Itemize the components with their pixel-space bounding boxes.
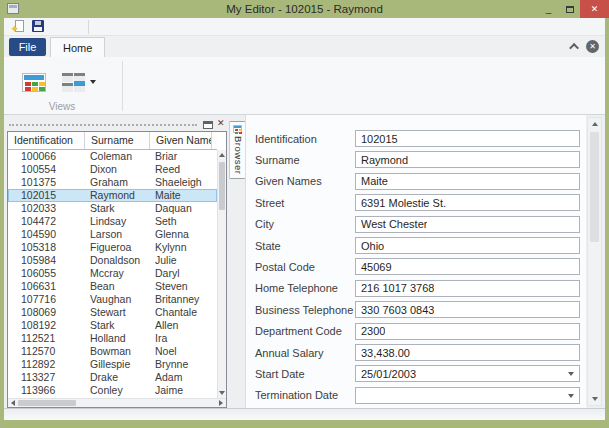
table-cell: 108192 bbox=[8, 319, 85, 332]
table-cell: Vaughan bbox=[85, 293, 150, 306]
table-row[interactable]: 101375GrahamShaeleigh bbox=[8, 176, 217, 189]
table-cell: 106631 bbox=[8, 280, 85, 293]
table-cell: Larson bbox=[85, 228, 150, 241]
table-row[interactable]: 102015RaymondMaite bbox=[8, 189, 217, 202]
table-cell: 105984 bbox=[8, 254, 85, 267]
window-body: ✦ File Home ✕ bbox=[4, 18, 605, 420]
table-row[interactable]: 100554DixonReed bbox=[8, 163, 217, 176]
scrollbar-thumb[interactable] bbox=[590, 132, 599, 242]
table-row[interactable]: 106055MccrayDaryl bbox=[8, 267, 217, 280]
street-field[interactable]: 6391 Molestie St. bbox=[355, 194, 580, 211]
titlebar: My Editor - 102015 - Raymond – ✕ bbox=[0, 0, 609, 18]
scrollbar-thumb[interactable] bbox=[18, 400, 76, 406]
table-cell: 112521 bbox=[8, 332, 85, 345]
table-row[interactable]: 106631BeanSteven bbox=[8, 280, 217, 293]
scroll-up-icon[interactable] bbox=[592, 122, 598, 126]
table-cell: Maite bbox=[150, 189, 212, 202]
scroll-up-icon[interactable] bbox=[219, 153, 225, 157]
table-cell: Figueroa bbox=[85, 241, 150, 254]
scroll-down-icon[interactable] bbox=[592, 397, 598, 401]
form-row: Given NamesMaite bbox=[255, 173, 580, 190]
collapse-ribbon-button[interactable] bbox=[572, 43, 579, 50]
state-field[interactable]: Ohio bbox=[355, 237, 580, 254]
layout-view-button[interactable] bbox=[56, 63, 102, 101]
table-row[interactable]: 108192StarkAllen bbox=[8, 319, 217, 332]
table-cell: Julie bbox=[150, 254, 212, 267]
table-row[interactable]: 112892GillespieBrynne bbox=[8, 358, 217, 371]
table-cell: Graham bbox=[85, 176, 150, 189]
table-row[interactable]: 100066ColemanBriar bbox=[8, 150, 217, 163]
field-label: Given Names bbox=[255, 175, 355, 187]
column-header[interactable]: Identification bbox=[8, 132, 85, 150]
table-cell: Shaeleigh bbox=[150, 176, 212, 189]
given-names-field[interactable]: Maite bbox=[355, 173, 580, 190]
file-button[interactable]: File bbox=[9, 38, 46, 56]
identification-field[interactable]: 102015 bbox=[355, 130, 580, 147]
scroll-left-icon[interactable] bbox=[11, 400, 15, 406]
tab-home[interactable]: Home bbox=[50, 37, 105, 57]
field-label: Start Date bbox=[255, 368, 355, 380]
city-field[interactable]: West Chester bbox=[355, 216, 580, 233]
table-row[interactable]: 113966ConleyJaime bbox=[8, 384, 217, 397]
dropdown-arrow-icon[interactable] bbox=[568, 372, 574, 376]
scroll-down-icon[interactable] bbox=[219, 391, 225, 395]
save-button[interactable] bbox=[31, 20, 46, 34]
form-row: Business Telephone330 7603 0843 bbox=[255, 301, 580, 318]
toolbar-separator bbox=[88, 20, 89, 34]
scroll-right-icon[interactable] bbox=[219, 400, 223, 406]
table-row[interactable]: 105984DonaldsonJulie bbox=[8, 254, 217, 267]
dropdown-arrow-icon[interactable] bbox=[568, 394, 574, 398]
column-header[interactable]: S bbox=[212, 132, 217, 150]
close-button[interactable]: ✕ bbox=[580, 0, 609, 18]
table-row[interactable]: 112570BowmanNoel bbox=[8, 345, 217, 358]
table-cell: Bowman bbox=[85, 345, 150, 358]
column-header[interactable]: Given Names bbox=[150, 132, 212, 150]
grid-vertical-scrollbar[interactable] bbox=[217, 150, 226, 398]
business-telephone-field[interactable]: 330 7603 0843 bbox=[355, 301, 580, 318]
table-cell: Briar bbox=[150, 150, 212, 163]
minimize-button[interactable]: – bbox=[538, 0, 559, 18]
table-cell: 102033 bbox=[8, 202, 85, 215]
field-label: Department Code bbox=[255, 325, 355, 337]
field-label: Annual Salary bbox=[255, 347, 355, 359]
browser-view-button[interactable] bbox=[16, 63, 52, 101]
table-row[interactable]: 108069StewartChantale bbox=[8, 306, 217, 319]
column-header[interactable]: Surname bbox=[85, 132, 150, 150]
termination-date-field[interactable] bbox=[355, 387, 580, 404]
table-row[interactable]: 104472LindsaySeth bbox=[8, 215, 217, 228]
form-vertical-scrollbar[interactable] bbox=[587, 117, 602, 406]
field-value: 6391 Molestie St. bbox=[361, 197, 446, 209]
close-document-icon[interactable]: ✕ bbox=[586, 40, 599, 53]
field-value: 45069 bbox=[361, 261, 392, 273]
home-telephone-field[interactable]: 216 1017 3768 bbox=[355, 280, 580, 297]
form-row: Start Date25/01/2003 bbox=[255, 365, 580, 382]
panel-drag-handle[interactable]: ✕ bbox=[7, 121, 226, 130]
annual-salary-field[interactable]: 33,438.00 bbox=[355, 344, 580, 361]
surname-field[interactable]: Raymond bbox=[355, 151, 580, 168]
maximize-button[interactable] bbox=[559, 0, 580, 18]
table-cell: Holland bbox=[85, 332, 150, 345]
table-row[interactable]: 113327DrakeAdam bbox=[8, 371, 217, 384]
table-row[interactable]: 105318FigueroaKylynn bbox=[8, 241, 217, 254]
table-row[interactable]: 107716VaughanBritanney bbox=[8, 293, 217, 306]
star-icon: ✦ bbox=[11, 24, 19, 34]
save-icon bbox=[32, 20, 44, 32]
table-row[interactable]: 104590LarsonGlenna bbox=[8, 228, 217, 241]
postal-code-field[interactable]: 45069 bbox=[355, 258, 580, 275]
new-document-button[interactable]: ✦ bbox=[12, 20, 27, 34]
start-date-field[interactable]: 25/01/2003 bbox=[355, 365, 580, 382]
field-value: 33,438.00 bbox=[361, 347, 410, 359]
table-cell: Bean bbox=[85, 280, 150, 293]
scrollbar-thumb[interactable] bbox=[219, 162, 225, 210]
department-code-field[interactable]: 2300 bbox=[355, 323, 580, 340]
table-cell: Stark bbox=[85, 319, 150, 332]
table-row[interactable]: 112521HollandIra bbox=[8, 332, 217, 345]
tab-browser[interactable]: Browser bbox=[229, 121, 246, 179]
grid-horizontal-scrollbar[interactable] bbox=[8, 398, 226, 407]
field-label: City bbox=[255, 218, 355, 230]
panel-close-icon[interactable]: ✕ bbox=[217, 118, 225, 128]
table-cell: Mccray bbox=[85, 267, 150, 280]
form-row: Postal Code45069 bbox=[255, 258, 580, 275]
pin-icon[interactable] bbox=[203, 121, 213, 129]
table-row[interactable]: 102033StarkDaquan bbox=[8, 202, 217, 215]
